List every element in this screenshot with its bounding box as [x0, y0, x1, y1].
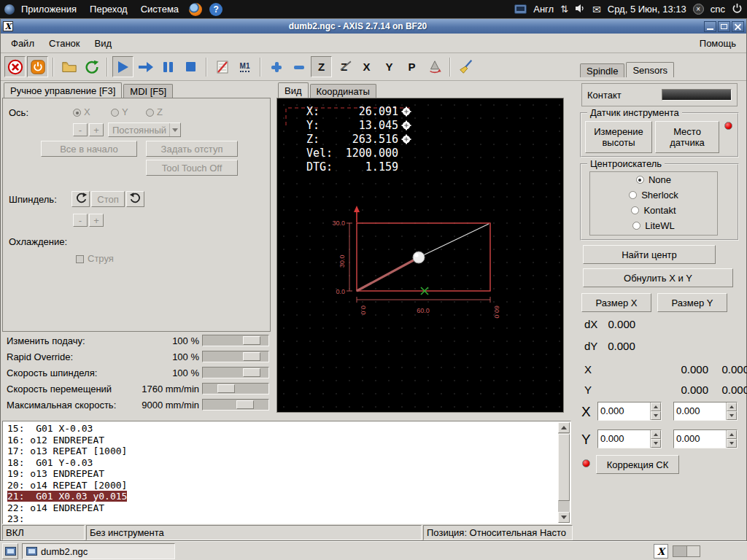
slider-handle[interactable]	[243, 368, 260, 377]
slider-handle[interactable]	[243, 336, 260, 345]
user-name[interactable]: cnc	[711, 4, 725, 15]
menu-applications[interactable]: Приложения	[15, 0, 83, 18]
option-none-radio[interactable]: None	[590, 172, 717, 187]
tab-mdi[interactable]: MDI [F5]	[123, 84, 173, 98]
home-all-button[interactable]: Все в начало	[41, 141, 137, 157]
gcode-line-active[interactable]: 21: G01 X0.03 y0.015	[7, 491, 570, 502]
shutdown-icon[interactable]	[732, 3, 743, 16]
spin-up-button[interactable]	[727, 402, 737, 411]
touch-off-button[interactable]: Задать отступ	[146, 141, 238, 157]
menu-file[interactable]: Файл	[4, 35, 42, 52]
window-titlebar[interactable]: X dumb2.ngc - AXIS 2.7.14 on BF20	[1, 19, 746, 34]
firefox-launcher-icon[interactable]	[189, 3, 202, 16]
tab-sensors[interactable]: Sensors	[626, 62, 674, 77]
option-sherlock-radio[interactable]: Sherlock	[590, 187, 717, 203]
spindle-stop-button[interactable]: Стоп	[91, 191, 125, 207]
gcode-scrollbar[interactable]	[558, 422, 570, 523]
menu-view[interactable]: Вид	[88, 35, 120, 52]
scroll-down-button[interactable]	[558, 512, 570, 523]
spin-down-button[interactable]	[727, 411, 737, 420]
jog-increment-combo[interactable]: Постоянный	[108, 122, 181, 137]
coordinate-correction-button[interactable]: Коррекция СК	[596, 455, 679, 474]
spindle-plus-button[interactable]: +	[89, 214, 104, 227]
feed-override-slider[interactable]	[202, 335, 269, 346]
gcode-line[interactable]: 18: G01 Y-0.03	[7, 457, 570, 469]
axis-z-radio[interactable]: Z	[146, 106, 163, 117]
taskbar-task-button[interactable]: dumb2.ngc	[22, 543, 175, 559]
scroll-up-button[interactable]	[558, 422, 570, 433]
sensor-location-button[interactable]: Место датчика	[655, 121, 719, 153]
view-x-button[interactable]: X	[356, 56, 377, 77]
spindle-override-slider[interactable]	[202, 367, 269, 378]
workspace-2[interactable]	[687, 546, 700, 556]
slider-handle[interactable]	[217, 384, 235, 393]
y-offset-spinbox-1[interactable]: 0.000	[597, 429, 662, 448]
slider-handle[interactable]	[243, 352, 260, 361]
tab-preview[interactable]: Вид	[278, 82, 309, 98]
gcode-line[interactable]: 23:	[7, 513, 570, 525]
preview-plot[interactable]: 30.0 30.0 0.0 0.0 60.0 60.0 X: 26.091	[276, 98, 564, 413]
gcode-listing[interactable]: 15: G01 X-0.03 16: o12 ENDREPEAT 17: o13…	[2, 421, 571, 524]
spindle-minus-button[interactable]: -	[73, 214, 88, 227]
rapid-override-slider[interactable]	[202, 351, 269, 362]
show-desktop-button[interactable]	[2, 543, 18, 559]
machine-power-button[interactable]	[27, 56, 48, 77]
spindle-ccw-button[interactable]	[71, 191, 90, 207]
gcode-line[interactable]: 17: o13 REPEAT [1000]	[7, 446, 570, 457]
mist-checkbox[interactable]: Струя	[76, 253, 114, 264]
zoom-in-button[interactable]	[266, 56, 287, 77]
zero-xy-button[interactable]: Обнулить X и Y	[583, 268, 733, 287]
menu-places[interactable]: Переход	[83, 0, 134, 18]
view-z-button[interactable]: Z	[311, 56, 332, 77]
size-x-button[interactable]: Размер X	[581, 293, 651, 312]
maximize-button[interactable]	[718, 21, 730, 32]
slider-handle[interactable]	[236, 400, 254, 409]
optional-pause-button[interactable]: M1	[234, 56, 255, 77]
x-offset-spinbox-1[interactable]: 0.000	[597, 402, 662, 421]
estop-button[interactable]	[4, 56, 26, 77]
jog-plus-button[interactable]: +	[89, 123, 104, 136]
scrollbar-thumb[interactable]	[558, 434, 570, 501]
tool-touch-off-button[interactable]: Tool Touch Off	[146, 160, 238, 176]
y-offset-spinbox-2[interactable]: 0.000	[673, 429, 738, 448]
gcode-line[interactable]: 16: o12 ENDREPEAT	[7, 435, 570, 446]
spin-up-button[interactable]	[727, 430, 737, 439]
view-z-rotated-button[interactable]: Z	[333, 56, 355, 77]
x-offset-spinbox-2[interactable]: 0.000	[673, 402, 738, 421]
keyboard-layout-label[interactable]: Англ	[533, 4, 554, 15]
option-kontakt-radio[interactable]: Kontakt	[590, 203, 717, 218]
gcode-line[interactable]: 20: o14 REPEAT [2000]	[7, 480, 570, 491]
tab-dro[interactable]: Координаты	[310, 84, 376, 98]
window-list-icon[interactable]: X	[654, 544, 668, 559]
open-file-button[interactable]	[58, 56, 80, 77]
gcode-line[interactable]: 22: o14 ENDREPEAT	[7, 502, 570, 514]
spin-up-button[interactable]	[651, 430, 661, 439]
spin-down-button[interactable]	[727, 439, 737, 448]
option-litewl-radio[interactable]: LiteWL	[590, 218, 717, 233]
gcode-line[interactable]: 15: G01 X-0.03	[7, 423, 570, 435]
max-velocity-slider[interactable]	[202, 399, 269, 411]
reload-button[interactable]	[81, 56, 102, 77]
stop-button[interactable]	[180, 56, 201, 77]
run-button[interactable]	[112, 56, 133, 77]
skip-lines-button[interactable]	[212, 56, 233, 77]
minimize-button[interactable]	[704, 21, 716, 32]
size-y-button[interactable]: Размер Y	[657, 293, 727, 312]
pause-button[interactable]	[158, 56, 179, 77]
measure-height-button[interactable]: Измерение высоты	[585, 121, 652, 153]
clear-plot-button[interactable]	[455, 56, 476, 77]
menu-system[interactable]: Система	[134, 0, 185, 18]
keyboard-layout-icon[interactable]	[514, 4, 527, 14]
jog-minus-button[interactable]: -	[73, 123, 88, 136]
axis-x-radio[interactable]: X	[73, 106, 90, 117]
axis-y-radio[interactable]: Y	[111, 106, 128, 117]
run-from-line-button[interactable]	[135, 56, 156, 77]
gcode-line[interactable]: 19: o13 ENDREPEAT	[7, 468, 570, 480]
clock[interactable]: Срд, 5 Июн, 13:13	[608, 4, 686, 15]
zoom-out-button[interactable]	[288, 56, 309, 77]
menu-help[interactable]: Помощь	[692, 35, 743, 52]
workspace-1[interactable]	[673, 546, 687, 556]
rotate-view-button[interactable]	[424, 56, 445, 77]
workspace-switcher[interactable]	[673, 545, 700, 557]
tab-spindle[interactable]: Spindle	[580, 63, 624, 77]
